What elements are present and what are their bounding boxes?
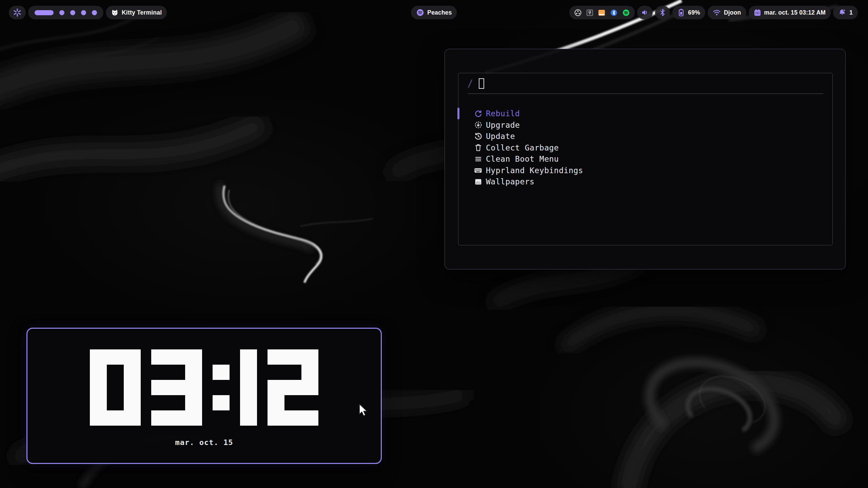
files-orange-tray-icon[interactable] [598,9,606,17]
clock-digit-1 [240,349,257,426]
launcher-item-update[interactable]: Update [458,131,832,141]
launcher-inner-frame: / RebuildUpgradeUpdateCollect GarbageCle… [458,73,833,245]
text-cursor [479,78,484,89]
system-tray [569,6,635,19]
mouse-cursor [359,404,370,419]
download-circle-icon [474,121,482,129]
obs-tray-icon[interactable] [574,9,582,17]
launcher-window: / RebuildUpgradeUpdateCollect GarbageCle… [445,49,846,269]
bluetooth-icon [659,9,666,16]
app-launcher-button[interactable] [9,6,26,19]
network-ssid: Djoon [724,9,741,16]
launcher-item-hyprland-keybindings[interactable]: Hyprland Keybindings [458,165,832,176]
prompt-slash: / [467,78,473,89]
clock-time-display [27,349,381,426]
clock-date: mar. oct. 15 [27,438,381,447]
launcher-item-label: Wallpapers [486,177,534,186]
launcher-item-label: Upgrade [486,121,520,129]
battery-icon [677,8,685,17]
launcher-item-wallpapers[interactable]: Wallpapers [458,177,832,187]
workspace-5[interactable] [92,10,97,15]
bell-icon [838,8,846,17]
calendar-icon [754,9,761,16]
battery-percentage: 69% [688,9,700,16]
prompt-separator [468,94,823,94]
keyboard-icon [474,166,482,175]
launcher-item-upgrade[interactable]: Upgrade [458,120,832,130]
bar-right-group: 69% Djoon [569,6,858,19]
battery-pill[interactable]: 69% [672,6,705,19]
bar-left-group: Kitty Terminal [9,6,167,19]
datetime-pill[interactable]: mar. oct. 15 03:12 AM [749,6,831,19]
workspace-2[interactable] [59,10,64,15]
speaker-icon [641,9,649,16]
launcher-item-rebuild[interactable]: Rebuild [458,108,832,119]
launcher-results: RebuildUpgradeUpdateCollect GarbageClean… [458,108,832,187]
workspace-4[interactable] [81,10,86,15]
workspace-1-active[interactable] [35,10,54,15]
kitty-cat-icon [111,9,119,17]
clock-digit-3 [151,349,202,426]
media-player-pill[interactable]: Peaches [411,6,457,19]
launcher-item-collect-garbage[interactable]: Collect Garbage [458,143,832,153]
clock-colon [213,349,230,426]
clock-widget: mar. oct. 15 [26,328,382,464]
network-pill[interactable]: Djoon [708,6,746,19]
launcher-item-label: Update [486,132,515,141]
clock-digit-2 [268,349,318,426]
bluetooth-tray-tray-icon[interactable] [610,9,618,17]
spotify-purple-icon [416,8,424,17]
volume-pill[interactable] [637,6,653,19]
trash-icon [474,144,482,152]
workspace-3[interactable] [70,10,75,15]
wifi-icon [713,9,721,16]
notifications-pill[interactable]: 1 [833,6,858,19]
keepassxc-tray-icon[interactable] [586,9,593,16]
menu-lines-icon [474,155,482,163]
launcher-item-label: Hyprland Keybindings [486,166,583,175]
launcher-item-clean-boot-menu[interactable]: Clean Boot Menu [458,154,832,164]
datetime-text: mar. oct. 15 03:12 AM [764,9,826,16]
bluetooth-pill[interactable] [655,6,670,19]
active-window-pill[interactable]: Kitty Terminal [106,6,167,19]
nix-snowflake-icon [13,8,22,17]
notification-count: 1 [849,9,853,16]
refresh-icon [474,109,482,118]
selection-indicator [457,108,459,119]
media-track-title: Peaches [427,9,452,16]
launcher-item-label: Collect Garbage [486,143,559,152]
search-input[interactable]: / [458,73,832,94]
status-bar: Kitty Terminal Peaches [0,0,868,26]
clock-digit-0 [90,349,141,426]
image-icon [474,178,482,186]
launcher-item-label: Clean Boot Menu [486,155,559,163]
active-window-title: Kitty Terminal [122,9,162,16]
launcher-item-label: Rebuild [486,109,520,118]
workspaces-indicator [28,6,103,19]
spotify-tray-tray-icon[interactable] [622,9,630,17]
bar-center-group: Peaches [411,6,457,19]
history-icon [474,132,482,140]
